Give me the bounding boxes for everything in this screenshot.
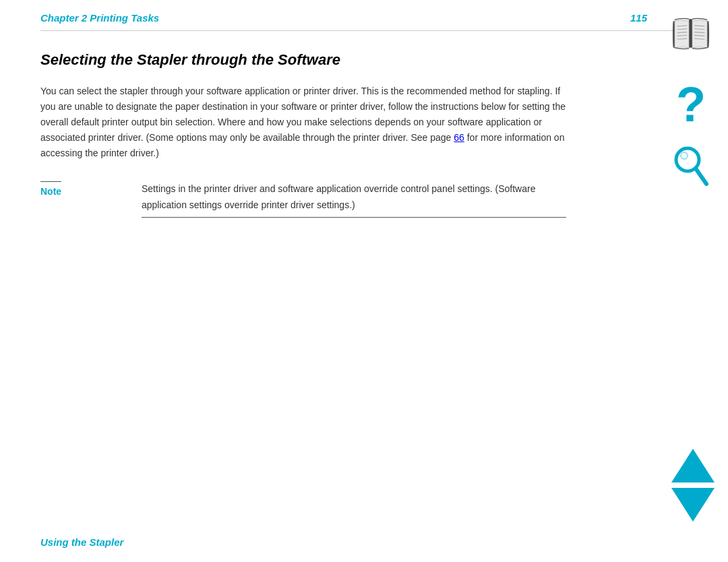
note-text: Settings in the printer driver and softw… xyxy=(142,181,566,217)
svg-rect-0 xyxy=(689,19,692,48)
main-content: Selecting the Stapler through the Softwa… xyxy=(0,31,607,231)
page-container: Chapter 2 Printing Tasks 115 Selecting t… xyxy=(0,0,728,562)
search-icon[interactable] xyxy=(667,138,715,199)
page-header: Chapter 2 Printing Tasks 115 xyxy=(0,0,728,30)
svg-line-12 xyxy=(696,168,706,184)
prev-page-button[interactable] xyxy=(671,449,715,482)
page-footer: Using the Stapler xyxy=(40,536,123,549)
navigation-arrows xyxy=(671,449,715,522)
help-icon[interactable]: ? xyxy=(667,71,715,131)
next-page-button[interactable] xyxy=(671,488,715,522)
book-icon[interactable] xyxy=(667,7,715,61)
chapter-label: Chapter 2 Printing Tasks xyxy=(40,12,159,24)
body-paragraph: You can select the stapler through your … xyxy=(40,84,566,161)
section-title: Selecting the Stapler through the Softwa… xyxy=(40,51,566,69)
note-label: Note xyxy=(40,181,61,197)
sidebar-icons: ? xyxy=(667,0,715,199)
note-section: Note Settings in the printer driver and … xyxy=(40,181,566,217)
footer-link[interactable]: Using the Stapler xyxy=(40,536,123,548)
question-mark-symbol: ? xyxy=(676,80,706,129)
note-label-column: Note xyxy=(40,181,142,197)
svg-point-13 xyxy=(681,152,688,159)
page-link-66[interactable]: 66 xyxy=(454,132,464,143)
